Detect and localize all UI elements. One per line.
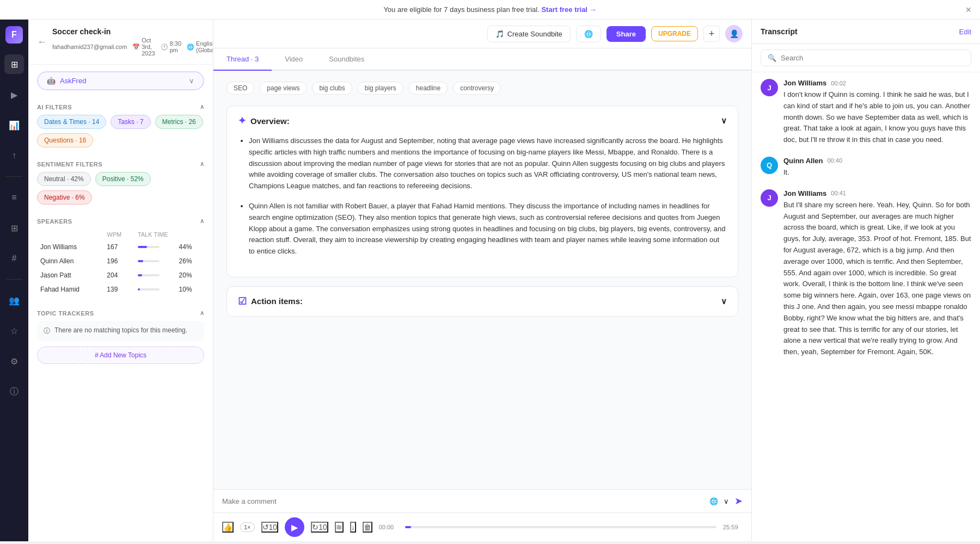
add-topics-button[interactable]: # Add New Topics [37,347,204,364]
delete-button[interactable]: 🗑 [363,522,372,533]
overview-card-body: Jon Williams discusses the data for Augu… [227,135,738,277]
msg-speaker-3: Jon Williams [783,189,826,197]
upgrade-button[interactable]: UPGRADE [651,26,698,41]
filter-tag-negative[interactable]: Negative · 6% [37,190,92,205]
tab-soundbites[interactable]: Soundbites [316,48,377,71]
pill-controversy[interactable]: controversy [453,82,501,95]
overview-card-header[interactable]: ✦ Overview: ∨ [227,106,738,135]
nav-home-icon[interactable]: ⊞ [4,54,24,74]
msg-time-2: 00:40 [827,157,842,164]
filter-tag-positive[interactable]: Positive · 52% [95,172,151,186]
nav-hash-icon[interactable]: # [4,249,24,268]
topic-no-match-text: There are no matching topics for this me… [54,326,187,334]
pill-seo[interactable]: SEO [226,82,254,95]
nav-grid-icon[interactable]: ⊞ [4,218,24,238]
filter-tag-metrics[interactable]: Metrics · 26 [155,115,203,129]
calendar-icon: 📅 [132,44,140,51]
user-avatar[interactable]: 👤 [725,25,743,42]
msg-header-3: Jon Williams 00:41 [783,189,971,197]
nav-layers-icon[interactable]: ≡ [4,188,24,207]
start-trial-link[interactable]: Start free trial → [541,5,596,14]
speaker-wpm: 196 [103,254,134,268]
soundbite-icon: 🎵 [495,30,504,38]
back-button[interactable]: ← [37,36,47,48]
speed-control[interactable]: 1× [240,522,255,532]
action-items-header[interactable]: ☑ Action items: ∨ [227,287,738,316]
ask-fred-button[interactable]: 🤖 AskFred ∨ [37,71,204,90]
globe-button[interactable]: 🌐 [576,26,601,42]
nav-chart-icon[interactable]: 📊 [4,115,24,135]
ai-filter-tags: Dates & Times · 14 Tasks · 7 Metrics · 2… [37,115,204,147]
pill-big-clubs[interactable]: big clubs [312,82,352,95]
msg-body-1: Jon Williams 00:02 I don't know if Quinn… [783,79,971,146]
speaker-wpm: 167 [103,240,134,254]
comment-dropdown-icon[interactable]: ∨ [724,497,729,505]
nav-star-icon[interactable]: ☆ [4,321,24,341]
total-time: 25:59 [723,524,743,530]
speaker-wpm: 139 [103,282,134,296]
topic-trackers-header[interactable]: TOPIC TRACKERS ∧ [37,303,204,321]
play-button[interactable]: ▶ [285,517,304,537]
forward-button[interactable]: ↻10 [311,522,328,533]
speakers-header[interactable]: SPEAKERS ∧ [37,211,204,229]
transcript-message-3: J Jon Williams 00:41 But I'll share my s… [761,189,971,358]
collapse-icon-4: ∧ [200,310,205,317]
comment-input[interactable] [222,497,704,505]
rewind-button[interactable]: ↺10 [261,522,279,533]
content-area: SEO page views big clubs big players hea… [213,71,751,489]
search-icon: 🔍 [768,54,776,62]
sentiment-filters-header[interactable]: SENTIMENT FILTERS ∧ [37,154,204,172]
content-filter-pills: SEO page views big clubs big players hea… [226,82,738,95]
speaker-name: Fahad Hamid [37,282,103,296]
pill-big-players[interactable]: big players [358,82,403,95]
add-button[interactable]: + [703,26,720,42]
pill-headline[interactable]: headline [409,82,448,95]
app-logo[interactable]: F [5,26,23,44]
search-input[interactable] [781,54,964,62]
edit-link[interactable]: Edit [959,28,971,36]
thumbs-up-button[interactable]: 👍 [222,522,234,533]
speakers-label: SPEAKERS [37,218,72,225]
speaker-row: Fahad Hamid 139 10% [37,282,204,296]
transcript-search: 🔍 [752,44,980,72]
msg-body-3: Jon Williams 00:41 But I'll share my scr… [783,189,971,358]
speaker-name: Jon Williams [37,240,103,254]
speaker-wpm: 204 [103,268,134,282]
filter-tag-tasks[interactable]: Tasks · 7 [111,115,150,129]
msg-text-1: I don't know if Quinn is coming. I think… [783,89,971,146]
close-icon[interactable]: × [965,4,971,15]
filter-tag-questions[interactable]: Questions · 16 [37,133,93,147]
transcript-message-1: J Jon Williams 00:02 I don't know if Qui… [761,79,971,146]
add-topics-label: # Add New Topics [95,351,146,359]
share-button[interactable]: Share [607,26,646,42]
action-items-card: ☑ Action items: ∨ [226,286,738,317]
msg-time-1: 00:02 [831,80,846,86]
create-soundbite-label: Create Soundbite [507,30,562,38]
filter-tag-dates[interactable]: Dates & Times · 14 [37,115,106,129]
pill-page-views[interactable]: page views [260,82,307,95]
nav-users-icon[interactable]: 👥 [4,290,24,310]
nav-share-icon[interactable]: ↑ [4,146,24,165]
filter-tag-neutral[interactable]: Neutral · 42% [37,172,91,186]
tab-video[interactable]: Video [272,48,316,71]
nav-video-icon[interactable]: ▶ [4,85,24,104]
nav-settings-icon[interactable]: ⚙ [4,351,24,371]
tab-thread[interactable]: Thread · 3 [213,48,272,71]
send-button[interactable]: ➤ [734,495,743,507]
speaker-row: Quinn Allen 196 26% [37,254,204,268]
speaker-name: Quinn Allen [37,254,103,268]
ai-filters-header[interactable]: AI FILTERS ∧ [37,97,204,115]
speaker-talk-time: 10% [176,282,204,296]
waveform-button[interactable]: ≋ [335,522,344,533]
collapse-icon-2: ∧ [200,160,205,168]
progress-bar[interactable] [405,526,716,528]
chevron-down-icon-action: ∨ [721,296,727,306]
nav-info-icon[interactable]: ⓘ [4,382,24,401]
meeting-email: fahadhamid237@gmail.com [52,44,127,50]
create-soundbite-button[interactable]: 🎵 Create Soundbite [487,26,571,42]
meeting-language: 🌐 English (Global) [187,40,213,53]
comment-globe-icon[interactable]: 🌐 [709,497,718,505]
ai-filters-section: AI FILTERS ∧ Dates & Times · 14 Tasks · … [28,97,213,154]
download-button[interactable]: ↓ [350,522,356,533]
chevron-down-icon: ∨ [189,77,194,85]
